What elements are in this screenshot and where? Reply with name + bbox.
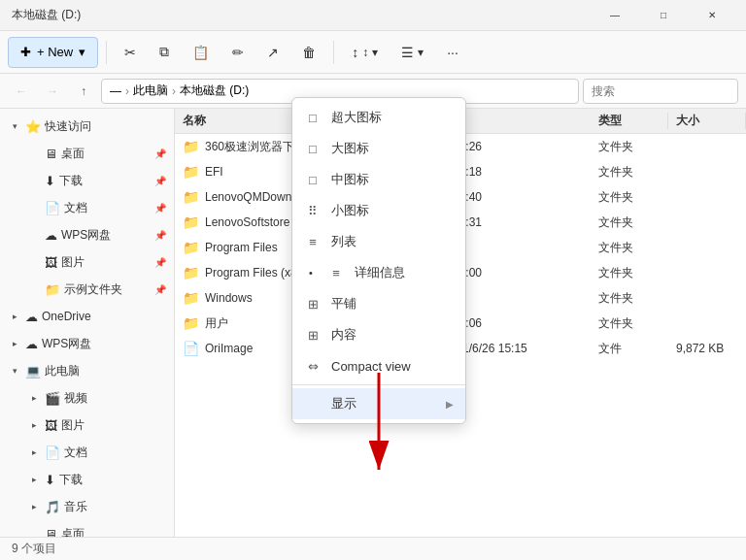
- view-chevron-icon: ▾: [418, 46, 424, 59]
- rename-button[interactable]: ✏: [222, 37, 254, 68]
- col-size[interactable]: 大小: [668, 113, 746, 129]
- paste-button[interactable]: 📋: [183, 37, 219, 68]
- up-button[interactable]: ↑: [70, 78, 97, 105]
- sidebar-item-documents2[interactable]: ▸ 📄 文档: [0, 439, 174, 466]
- folder-icon: 📁: [183, 265, 199, 280]
- sidebar-item-music[interactable]: ▸ 🎵 音乐: [0, 493, 174, 520]
- share-icon: ↗: [267, 45, 279, 60]
- wps-cloud-icon: ☁: [45, 228, 57, 243]
- view-icon: ☰: [401, 45, 414, 60]
- sidebar-label-onedrive: OneDrive: [42, 310, 91, 323]
- file-type-lenovo-qm: 文件夹: [591, 189, 668, 206]
- chevron-down-icon: ▾: [79, 45, 85, 59]
- close-button[interactable]: ✕: [690, 2, 734, 29]
- menu-item-extra-large[interactable]: □ 超大图标: [292, 102, 465, 133]
- sidebar-item-videos[interactable]: ▸ 🎬 视频: [0, 384, 174, 412]
- menu-item-tiles[interactable]: ⊞ 平铺: [292, 288, 465, 319]
- onedrive-icon: ☁: [25, 310, 38, 324]
- compact-icon: ⇔: [304, 357, 322, 375]
- search-input[interactable]: [583, 79, 738, 104]
- sidebar-item-downloads[interactable]: ⬇ 下载 📌: [0, 167, 174, 194]
- window-title: 本地磁盘 (D:): [12, 7, 81, 23]
- cut-button[interactable]: ✂: [115, 37, 146, 68]
- tiles-icon: ⊞: [304, 295, 322, 313]
- sidebar-item-desktop[interactable]: 🖥 桌面 📌: [0, 140, 174, 167]
- path-this-pc: 此电脑: [133, 82, 168, 99]
- menu-item-large[interactable]: □ 大图标: [292, 133, 465, 164]
- sidebar-label-downloads: 下载: [59, 173, 83, 189]
- docs2-expand-icon: ▸: [27, 445, 41, 459]
- sidebar-label-desktop2: 桌面: [61, 526, 85, 538]
- menu-item-details[interactable]: • ≡ 详细信息: [292, 257, 465, 288]
- title-controls: — □ ✕: [593, 2, 734, 29]
- sidebar-item-pictures2[interactable]: ▸ 🖼 图片: [0, 412, 174, 439]
- music-icon: 🎵: [45, 500, 60, 514]
- sort-button[interactable]: ↕ ↕ ▾: [342, 37, 388, 68]
- details-icon: ≡: [327, 264, 345, 281]
- menu-item-medium[interactable]: □ 中图标: [292, 164, 465, 195]
- file-size-oriimage: 9,872 KB: [668, 342, 746, 355]
- file-type-pf: 文件夹: [591, 240, 668, 256]
- copy-icon: ⧉: [159, 44, 169, 60]
- sidebar-label-wps-net: WPS网盘: [42, 336, 91, 352]
- downloads2-icon: ⬇: [45, 473, 55, 487]
- wps-net-icon: ☁: [25, 337, 38, 351]
- title-bar: 本地磁盘 (D:) — □ ✕: [0, 0, 746, 31]
- downloads-icon: ⬇: [45, 174, 55, 188]
- delete-icon: 🗑: [302, 45, 316, 60]
- toolbar-separator-2: [333, 41, 334, 64]
- view-button[interactable]: ☰ ▾: [391, 37, 433, 68]
- sidebar-item-documents[interactable]: 📄 文档 📌: [0, 194, 174, 221]
- file-type-oriimage: 文件: [591, 341, 668, 357]
- sidebar-label-documents: 文档: [64, 200, 87, 216]
- sidebar-item-this-pc[interactable]: ▾ 💻 此电脑: [0, 357, 174, 384]
- back-button[interactable]: ←: [8, 78, 35, 105]
- new-button[interactable]: ✚ + New ▾: [8, 37, 98, 68]
- sidebar-item-sample-files[interactable]: 📁 示例文件夹 📌: [0, 276, 174, 303]
- minimize-button[interactable]: —: [593, 2, 637, 29]
- file-type-efi: 文件夹: [591, 164, 668, 181]
- file-type-pfx: 文件夹: [591, 265, 668, 281]
- sidebar-label-downloads2: 下载: [59, 472, 83, 488]
- sidebar-item-downloads2[interactable]: ▸ ⬇ 下载: [0, 466, 174, 493]
- menu-item-small[interactable]: ⠿ 小图标: [292, 195, 465, 226]
- expand-icon: ▾: [8, 119, 21, 133]
- more-button[interactable]: ···: [437, 37, 468, 68]
- copy-button[interactable]: ⧉: [150, 37, 179, 68]
- pictures-icon: 🖼: [45, 255, 57, 270]
- maximize-button[interactable]: □: [641, 2, 686, 29]
- sidebar-item-quick-access[interactable]: ▾ ⭐ 快速访问: [0, 113, 174, 140]
- sidebar-item-onedrive[interactable]: ▸ ☁ OneDrive: [0, 303, 174, 330]
- medium-icon: □: [304, 171, 322, 188]
- file-doc-icon: 📄: [183, 341, 199, 356]
- sidebar-item-pictures[interactable]: 🖼 图片 📌: [0, 248, 174, 276]
- folder-icon: 📁: [183, 189, 199, 205]
- sidebar-item-wps-net[interactable]: ▸ ☁ WPS网盘: [0, 330, 174, 357]
- sidebar-label-pictures2: 图片: [61, 417, 85, 434]
- desktop-icon: 🖥: [45, 147, 57, 161]
- toolbar: ✚ + New ▾ ✂ ⧉ 📋 ✏ ↗ 🗑 ↕ ↕ ▾ ☰ ▾ ···: [0, 31, 746, 74]
- sidebar: ▾ ⭐ 快速访问 🖥 桌面 📌 ⬇ 下载 📌 📄 文档 📌: [0, 109, 175, 537]
- videos-icon: 🎬: [45, 391, 60, 406]
- dl2-expand-icon: ▸: [27, 473, 41, 486]
- folder-icon: 📁: [183, 164, 199, 180]
- col-type[interactable]: 类型: [591, 113, 668, 129]
- pics2-expand-icon: ▸: [27, 418, 41, 432]
- menu-item-content[interactable]: ⊞ 内容: [292, 319, 465, 350]
- videos-expand-icon: ▸: [27, 391, 41, 405]
- new-label: + New: [37, 45, 73, 59]
- sidebar-item-desktop2[interactable]: 🖥 桌面: [0, 520, 174, 537]
- more-icon: ···: [447, 45, 458, 60]
- sort-chevron-icon: ▾: [372, 46, 378, 59]
- share-button[interactable]: ↗: [257, 37, 288, 68]
- small-icon: ⠿: [304, 202, 322, 219]
- forward-button[interactable]: →: [39, 78, 66, 105]
- sidebar-item-wps-cloud[interactable]: ☁ WPS网盘 📌: [0, 221, 174, 248]
- sort-label: ↕: [362, 46, 368, 59]
- pictures2-icon: 🖼: [45, 418, 57, 433]
- delete-button[interactable]: 🗑: [292, 37, 325, 68]
- compact-label: Compact view: [331, 359, 454, 374]
- content-icon: ⊞: [304, 326, 322, 344]
- sidebar-label-quick-access: 快速访问: [45, 118, 91, 135]
- menu-item-list[interactable]: ≡ 列表: [292, 226, 465, 257]
